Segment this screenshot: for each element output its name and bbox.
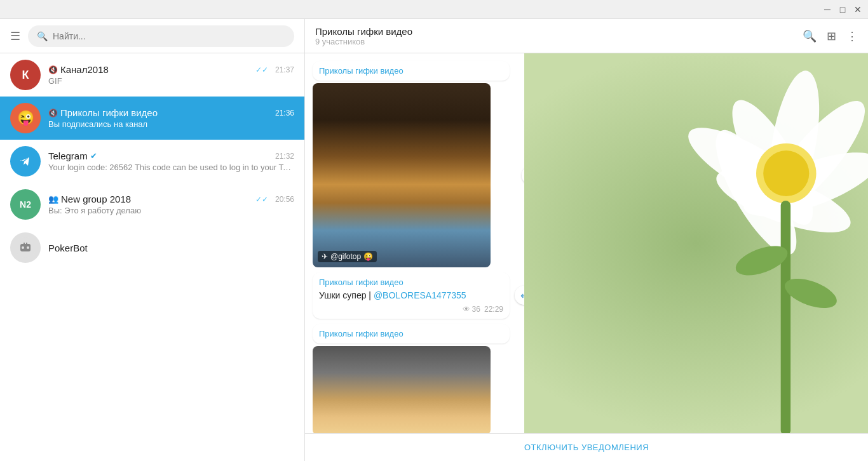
msg-bubble-1: Приколы гифки видео (313, 61, 510, 81)
messages-area: Приколы гифки видео ✈ @gifotop 😜 ↩ (305, 53, 868, 433)
gif-label: ✈ @gifotop 😜 (318, 251, 377, 262)
search-input[interactable] (53, 31, 285, 41)
search-chat-icon[interactable]: 🔍 (803, 29, 817, 43)
messages-left: Приколы гифки видео ✈ @gifotop 😜 ↩ (305, 53, 524, 433)
msg-image-inner-1 (313, 83, 491, 267)
eye-icon: 👁 (463, 305, 470, 314)
background-image (524, 53, 868, 433)
message-1: Приколы гифки видео ✈ @gifotop 😜 ↩ (305, 61, 524, 267)
notification-bar: ОТКЛЮЧИТЬ УВЕДОМЛЕНИЯ (305, 433, 868, 461)
menu-icon[interactable]: ☰ (10, 29, 20, 43)
verified-icon: ✔ (90, 151, 97, 161)
svg-rect-17 (781, 201, 790, 433)
msg-image-container-1: ✈ @gifotop 😜 ↩ (313, 83, 517, 267)
columns-icon[interactable]: ⊞ (827, 29, 836, 43)
avatar-kanal2018: К (10, 60, 41, 90)
chat-name-telegram: Telegram ✔ (48, 150, 97, 161)
chat-item-newgroup[interactable]: N2 👥 New group 2018 ✓✓ 20:56 Вы: Это я р… (0, 183, 304, 226)
svg-point-3 (22, 246, 24, 249)
mute-icon: 🔇 (48, 65, 58, 74)
message-2: Приколы гифки видео Ушки супер | @BOLORE… (305, 272, 524, 319)
msg-image-3 (313, 346, 491, 433)
chat-list: К 🔇 Канал2018 ✓✓ 21:37 GIF (0, 53, 304, 461)
msg-bubble-3: Приколы гифки видео (313, 324, 510, 344)
msg-sender-3: Приколы гифки видео (319, 329, 503, 338)
chat-preview-kanal2018: GIF (48, 76, 294, 86)
sidebar-header: ☰ 🔍 (0, 19, 304, 53)
svg-rect-5 (24, 243, 25, 245)
msg-views-2: 👁 36 (463, 305, 480, 314)
msg-time-2: 22:29 (484, 305, 503, 314)
avatar-newgroup: N2 (10, 189, 41, 220)
chat-header-subtitle: 9 участников (315, 37, 412, 46)
chat-item-telegram[interactable]: Telegram ✔ 21:32 Your login code: 26562 … (0, 140, 304, 183)
search-icon: 🔍 (37, 31, 48, 41)
msg-link-2[interactable]: @BOLORESA1477355 (374, 290, 466, 300)
msg-sender-1: Приколы гифки видео (319, 66, 503, 76)
tick-kanal2018: ✓✓ (255, 65, 268, 74)
chat-header-actions: 🔍 ⊞ ⋮ (803, 29, 858, 43)
chat-area: Приколы гифки видео 9 участников 🔍 ⊞ ⋮ П… (305, 19, 868, 461)
search-box[interactable]: 🔍 (28, 25, 294, 47)
avatar-pokerbot (10, 232, 41, 263)
chat-item-prikoly[interactable]: 😜 🔇 Приколы гифки видео 21:36 Вы подписа… (0, 97, 304, 140)
chat-time-kanal2018: 21:37 (275, 65, 294, 74)
msg-bubble-2: Приколы гифки видео Ушки супер | @BOLORE… (313, 272, 510, 319)
chat-time-telegram: 21:32 (275, 152, 294, 161)
tick-newgroup: ✓✓ (255, 195, 268, 204)
forward-button-2[interactable]: ↩ (515, 286, 524, 305)
msg-text-2: Ушки супер | @BOLORESA1477355 (319, 290, 503, 302)
chat-time-newgroup: 20:56 (275, 195, 294, 204)
chat-content-telegram: Telegram ✔ 21:32 Your login code: 26562 … (48, 150, 294, 172)
flower-svg (524, 53, 868, 433)
chat-content-prikoly: 🔇 Приколы гифки видео 21:36 Вы подписали… (48, 107, 294, 129)
chat-preview-telegram: Your login code: 26562 This code can be … (48, 163, 294, 172)
svg-point-4 (27, 246, 29, 249)
chat-header-name: Приколы гифки видео (315, 26, 412, 37)
telegram-icon-small: ✈ (322, 252, 328, 261)
disable-notifications-button[interactable]: ОТКЛЮЧИТЬ УВЕДОМЛЕНИЯ (524, 443, 649, 452)
messages-right (524, 53, 868, 433)
chat-preview-prikoly: Вы подписались на канал (48, 119, 294, 129)
msg-sender-2: Приколы гифки видео (319, 277, 503, 287)
chat-content-kanal2018: 🔇 Канал2018 ✓✓ 21:37 GIF (48, 64, 294, 86)
chat-content-pokerbot: PokerBot (48, 243, 294, 253)
avatar-prikoly: 😜 (10, 103, 41, 133)
chat-item-kanal2018[interactable]: К 🔇 Канал2018 ✓✓ 21:37 GIF (0, 53, 304, 97)
chat-header: Приколы гифки видео 9 участников 🔍 ⊞ ⋮ (305, 19, 868, 53)
chat-time-prikoly: 21:36 (275, 109, 294, 117)
msg-image-1: ✈ @gifotop 😜 (313, 83, 491, 267)
chat-name-prikoly: 🔇 Приколы гифки видео (48, 107, 158, 118)
close-button[interactable]: ✕ (853, 4, 863, 15)
msg-image-container-3 (313, 346, 517, 433)
msg-image-inner-3 (313, 346, 491, 433)
more-options-icon[interactable]: ⋮ (846, 29, 858, 43)
chat-item-pokerbot[interactable]: PokerBot (0, 226, 304, 269)
avatar-telegram (10, 146, 41, 177)
chat-preview-newgroup: Вы: Это я работу делаю (48, 206, 294, 215)
svg-point-16 (763, 150, 809, 196)
chat-content-newgroup: 👥 New group 2018 ✓✓ 20:56 Вы: Это я рабо… (48, 194, 294, 215)
chat-header-info: Приколы гифки видео 9 участников (315, 26, 412, 46)
sidebar: ☰ 🔍 К 🔇 Канал2018 ✓✓ (0, 19, 305, 461)
svg-rect-6 (26, 243, 27, 245)
chat-name-pokerbot: PokerBot (48, 243, 88, 253)
msg-meta-2: 👁 36 22:29 (319, 305, 503, 314)
chat-name-newgroup: 👥 New group 2018 (48, 194, 131, 204)
minimize-button[interactable]: ─ (822, 4, 832, 15)
mute-icon-prikoly: 🔇 (48, 109, 58, 117)
titlebar: ─ □ ✕ (0, 0, 868, 19)
chat-name-kanal2018: 🔇 Канал2018 (48, 64, 109, 75)
message-3: Приколы гифки видео (305, 324, 524, 433)
maximize-button[interactable]: □ (837, 4, 848, 15)
